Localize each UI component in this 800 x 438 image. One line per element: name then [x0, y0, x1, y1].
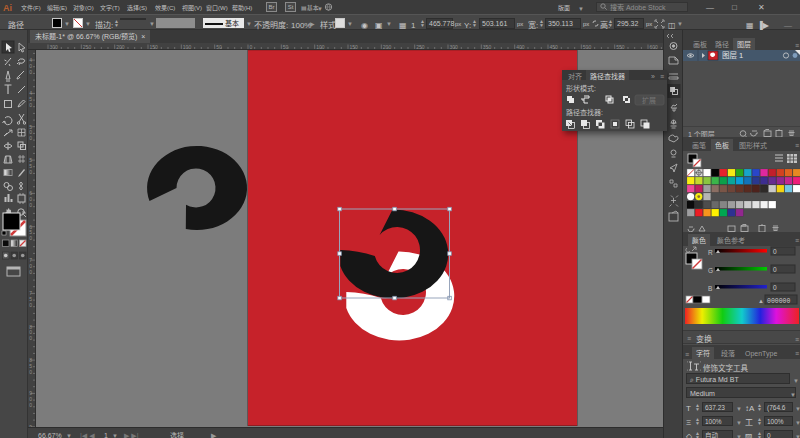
- svg-text:0: 0: [29, 302, 32, 308]
- svg-text:扩展: 扩展: [642, 95, 656, 105]
- svg-text:0: 0: [29, 402, 32, 408]
- svg-text:0: 0: [773, 248, 777, 255]
- svg-text:200: 200: [116, 44, 125, 50]
- svg-text:250: 250: [416, 44, 425, 50]
- svg-text:R: R: [708, 249, 713, 256]
- svg-text:150: 150: [150, 44, 159, 50]
- svg-text:350: 350: [483, 44, 492, 50]
- svg-text:0: 0: [773, 284, 777, 291]
- svg-text:0: 0: [29, 135, 32, 141]
- svg-text:0: 0: [29, 69, 32, 75]
- svg-text:0: 0: [250, 44, 253, 50]
- svg-text:100: 100: [183, 44, 192, 50]
- svg-text:450: 450: [549, 44, 558, 50]
- svg-text:G: G: [708, 267, 713, 274]
- svg-text:0: 0: [29, 369, 32, 375]
- svg-text:200: 200: [383, 44, 392, 50]
- svg-text:0: 0: [29, 269, 32, 275]
- svg-text:500: 500: [583, 44, 592, 50]
- svg-text:550: 550: [616, 44, 625, 50]
- svg-text:000000: 000000: [767, 298, 791, 305]
- svg-text:0: 0: [29, 102, 32, 108]
- svg-text:250: 250: [83, 44, 92, 50]
- svg-text:300: 300: [50, 44, 59, 50]
- svg-text:50: 50: [283, 44, 289, 50]
- svg-text:400: 400: [516, 44, 525, 50]
- svg-text:0: 0: [29, 235, 32, 241]
- svg-text:图层 1: 图层 1: [722, 50, 743, 60]
- svg-text:50: 50: [216, 44, 222, 50]
- svg-text:0: 0: [29, 169, 32, 175]
- svg-text:▲: ▲: [758, 298, 764, 304]
- svg-text:300: 300: [449, 44, 458, 50]
- svg-text:600: 600: [649, 44, 658, 50]
- svg-text:100: 100: [316, 44, 325, 50]
- svg-text:0: 0: [29, 202, 32, 208]
- svg-text:150: 150: [349, 44, 358, 50]
- svg-text:B: B: [708, 285, 712, 292]
- svg-text:0: 0: [29, 335, 32, 341]
- svg-text:0: 0: [773, 266, 777, 273]
